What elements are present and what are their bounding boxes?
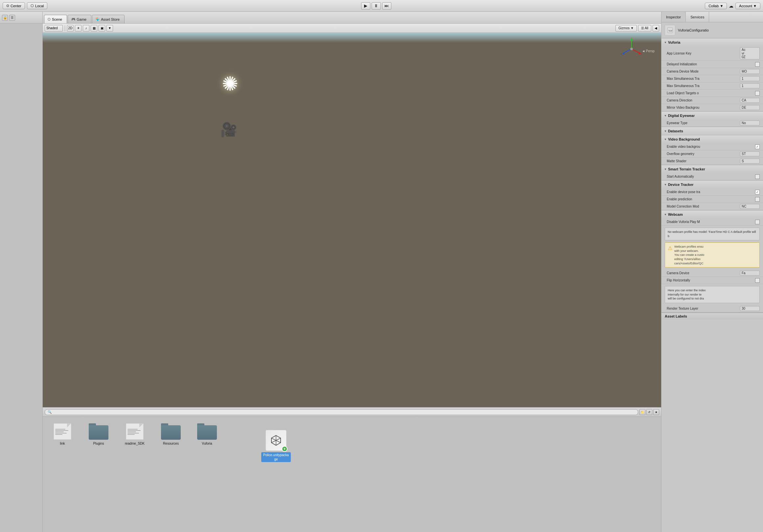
- folder-icon: [89, 423, 108, 440]
- sidebar-content: [0, 24, 43, 532]
- delayed-init-checkbox[interactable]: [755, 62, 760, 67]
- camera-direction-value: CA: [740, 98, 760, 103]
- list-item[interactable]: Plugins: [85, 423, 112, 445]
- list-item[interactable]: readme_SDK: [122, 423, 148, 445]
- file-name-link: link: [60, 442, 65, 445]
- camera-device-mode-value: MO: [740, 69, 760, 74]
- bottom-toolbar-right: 📁 ↺ ★: [639, 409, 659, 415]
- datasets-header[interactable]: ▼ Datasets: [661, 127, 763, 135]
- tab-asset-store[interactable]: 🏪 Asset Store: [92, 15, 125, 23]
- digital-eyewear-section: ▼ Digital Eyewear Eyewear Type No: [661, 112, 763, 127]
- list-item[interactable]: Vuforia: [194, 423, 220, 445]
- main-layout: 🔒 ☰ ⬡ Scene 🎮 Game 🏪 Asset Store Shaded: [0, 12, 763, 532]
- lighting-button[interactable]: ☀: [75, 25, 81, 32]
- audio-button[interactable]: ♪: [83, 25, 89, 32]
- flip-horizontal-label: Flip Horizontally: [667, 279, 755, 282]
- disable-vuforia-row: Disable Vuforia Play M: [661, 219, 763, 225]
- sidebar-menu-icon[interactable]: ☰: [9, 15, 15, 21]
- sidebar-top: 🔒 ☰: [0, 12, 43, 24]
- effects-button[interactable]: ▦: [91, 25, 97, 32]
- 3d-gizmo: x y z: [618, 38, 645, 60]
- step-button[interactable]: ⏭: [382, 2, 391, 10]
- warning-icon: ⚠: [668, 245, 672, 265]
- camera-icon: 🎥: [220, 122, 237, 137]
- disable-vuforia-checkbox[interactable]: [755, 220, 760, 224]
- datasets-section: ▼ Datasets: [661, 127, 763, 135]
- tab-game[interactable]: 🎮 Game: [68, 15, 91, 23]
- enable-prediction-checkbox[interactable]: [755, 197, 760, 202]
- center-icon: ⊙: [6, 4, 9, 8]
- camera-direction-row: Camera Direction CA: [661, 97, 763, 104]
- inspector-content[interactable]: ▼ Vuforia App License Key Acvr0Z Delayed…: [661, 39, 763, 532]
- scene-view[interactable]: x y z ◄ Persp ✺ 🎥: [43, 33, 661, 407]
- camera-device-label: Camera Device: [667, 271, 740, 275]
- local-button[interactable]: ⬡ Local: [27, 2, 47, 9]
- start-auto-checkbox[interactable]: [755, 174, 760, 179]
- load-object-checkbox[interactable]: [755, 91, 760, 96]
- video-bg-arrow-icon: ▼: [664, 138, 667, 141]
- tab-services[interactable]: Services: [686, 12, 709, 22]
- matte-shader-row: Matte Shader S: [661, 158, 763, 165]
- enable-pose-row: Enable device pose tra: [661, 189, 763, 196]
- enable-pose-checkbox[interactable]: [755, 190, 760, 194]
- webcam-info-box: No webcam profile has model: 'FaceTime H…: [665, 227, 760, 240]
- webcam-header[interactable]: ▼ Webcam: [661, 211, 763, 219]
- vuforia-section-header[interactable]: ▼ Vuforia: [661, 39, 763, 46]
- collab-button[interactable]: Collab ▼: [705, 3, 727, 9]
- device-tracker-arrow-icon: ▼: [664, 183, 667, 186]
- cloud-icon: ☁: [729, 3, 733, 9]
- model-correction-value: NC: [740, 204, 760, 209]
- search-input[interactable]: [45, 409, 638, 415]
- asset-store-tab-icon: 🏪: [96, 17, 100, 21]
- overlay-button[interactable]: ▣: [99, 25, 105, 32]
- svg-text:y: y: [631, 38, 632, 39]
- digital-eyewear-header[interactable]: ▼ Digital Eyewear: [661, 112, 763, 120]
- hide-button[interactable]: ▼: [106, 25, 113, 32]
- inspector-file-header: Vuf VuforiaConfiguratio: [661, 22, 763, 39]
- enable-prediction-row: Enable prediction: [661, 196, 763, 203]
- account-button[interactable]: Account ▼: [735, 3, 760, 9]
- refresh-button[interactable]: ↺: [646, 409, 652, 415]
- smart-terrain-header[interactable]: ▼ Smart Terrain Tracker: [661, 165, 763, 173]
- 2d-button[interactable]: 2D: [67, 25, 73, 32]
- collapse-button[interactable]: ◀: [653, 25, 659, 32]
- top-bar: ⊙ Center ⬡ Local ▶ ⏸ ⏭ Collab ▼ ☁ Accoun…: [0, 0, 763, 12]
- list-item[interactable]: Resources: [158, 423, 184, 445]
- vuforia-arrow-icon: ▼: [664, 41, 667, 44]
- plus-badge: +: [281, 446, 287, 452]
- dragged-file[interactable]: + Police.unitypacka ge: [263, 430, 289, 462]
- overflow-geometry-value: ST: [740, 151, 760, 156]
- matte-shader-label: Matte Shader: [667, 159, 740, 163]
- dragged-file-label: Police.unitypacka ge: [261, 452, 291, 462]
- sidebar-lock-icon[interactable]: 🔒: [2, 15, 8, 21]
- flip-horizontal-checkbox[interactable]: [755, 278, 760, 283]
- mirror-video-value: DE: [740, 105, 760, 110]
- model-correction-row: Model Correction Mod NC: [661, 203, 763, 210]
- gizmos-button[interactable]: Gizmos ▼: [615, 25, 637, 32]
- play-button[interactable]: ▶: [361, 2, 370, 10]
- matte-shader-value: S: [740, 159, 760, 163]
- camera-device-mode-row: Camera Device Mode MO: [661, 68, 763, 75]
- shaded-select[interactable]: Shaded: [45, 25, 63, 32]
- delayed-init-label: Delayed Initialization: [667, 62, 755, 66]
- device-tracker-header[interactable]: ▼ Device Tracker: [661, 181, 763, 189]
- start-auto-row: Start Automatically: [661, 173, 763, 180]
- inspector-file-icon: Vuf: [665, 25, 675, 36]
- scene-toolbar: Shaded 2D ☀ ♪ ▦ ▣ ▼ Gizmos ▼ ☰ All ◀: [43, 24, 661, 33]
- app-license-key-label: App License Key: [667, 51, 740, 55]
- add-folder-button[interactable]: 📁: [639, 409, 645, 415]
- smart-terrain-arrow-icon: ▼: [664, 168, 667, 171]
- tab-inspector[interactable]: Inspector: [661, 12, 686, 22]
- all-layers-button[interactable]: ☰ All: [638, 25, 651, 32]
- flip-horizontal-row: Flip Horizontally: [661, 277, 763, 284]
- pause-button[interactable]: ⏸: [372, 2, 381, 10]
- center-button[interactable]: ⊙ Center: [3, 2, 25, 9]
- star-button[interactable]: ★: [653, 409, 659, 415]
- list-item[interactable]: link: [49, 423, 75, 445]
- max-sim-tra1-value: 1: [740, 76, 760, 81]
- svg-line-2: [631, 49, 640, 53]
- video-background-header[interactable]: ▼ Video Background: [661, 135, 763, 143]
- top-bar-right: Collab ▼ ☁ Account ▼: [705, 3, 760, 9]
- tab-scene[interactable]: ⬡ Scene: [44, 15, 67, 23]
- enable-video-checkbox[interactable]: [755, 144, 760, 149]
